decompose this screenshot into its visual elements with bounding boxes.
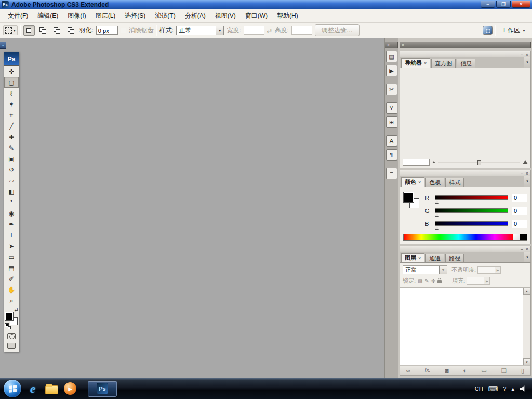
keyboard-icon[interactable]: ⌨ bbox=[488, 385, 498, 393]
bridge-icon[interactable] bbox=[483, 26, 493, 35]
panel-button-character[interactable]: A bbox=[386, 135, 397, 147]
panel-button-tool-presets[interactable]: ✂ bbox=[386, 84, 397, 95]
lock-pixels-icon[interactable]: ✎ bbox=[425, 278, 429, 284]
tool-hand[interactable]: ✋ bbox=[4, 284, 19, 295]
panel-minimize-icon[interactable]: − bbox=[520, 247, 523, 252]
tool-move[interactable]: ✜ bbox=[4, 66, 19, 77]
panel-button-actions[interactable]: ▶ bbox=[386, 65, 397, 76]
tool-clone-stamp[interactable]: ▣ bbox=[4, 153, 19, 164]
swap-colors-icon[interactable]: ⇄ bbox=[14, 307, 18, 312]
collapsed-dock-header[interactable]: « bbox=[385, 42, 398, 48]
tab-styles[interactable]: 样式 bbox=[445, 178, 464, 187]
tool-rectangular-marquee[interactable]: ▢ bbox=[4, 77, 19, 88]
maximize-button[interactable]: ❐ bbox=[496, 1, 511, 8]
screen-mode-button[interactable] bbox=[7, 343, 16, 349]
tool-notes[interactable]: ▤ bbox=[4, 262, 19, 273]
spectrum-black[interactable] bbox=[520, 234, 527, 240]
green-slider[interactable] bbox=[435, 208, 508, 213]
selection-mode-add[interactable] bbox=[37, 25, 49, 36]
new-layer-icon[interactable]: ❏ bbox=[501, 366, 507, 375]
chevron-down-icon[interactable]: ▼ bbox=[439, 266, 447, 274]
tab-close-icon[interactable]: × bbox=[424, 61, 427, 66]
layers-list[interactable]: ▲ ▼ bbox=[400, 288, 530, 365]
selection-mode-new[interactable] bbox=[23, 25, 35, 36]
lock-transparency-icon[interactable]: ▨ bbox=[418, 278, 422, 284]
tool-brush[interactable]: ✎ bbox=[4, 142, 19, 153]
tool-shape[interactable]: ▭ bbox=[4, 251, 19, 262]
tool-eraser[interactable]: ▱ bbox=[4, 175, 19, 186]
blue-slider[interactable] bbox=[435, 221, 508, 226]
panel-button-layer-comps[interactable]: ≡ bbox=[386, 168, 397, 179]
menu-edit[interactable]: 编辑(E) bbox=[33, 9, 63, 22]
panel-close-icon[interactable]: × bbox=[526, 171, 528, 176]
panel-dock-header[interactable]: « bbox=[400, 42, 531, 48]
zoom-in-icon[interactable] bbox=[523, 160, 528, 164]
layers-scrollbar[interactable]: ▲ ▼ bbox=[523, 288, 530, 365]
spectrum-gradient[interactable] bbox=[404, 234, 513, 240]
expand-dock-icon[interactable]: « bbox=[387, 43, 389, 47]
adjustment-layer-icon[interactable]: ◐ bbox=[463, 366, 467, 375]
color-spectrum-ramp[interactable] bbox=[403, 234, 527, 241]
scroll-down-icon[interactable]: ▼ bbox=[523, 358, 530, 365]
toolbox-collapse-tab[interactable]: » bbox=[0, 42, 6, 49]
panel-close-icon[interactable]: × bbox=[526, 52, 528, 57]
selection-mode-subtract[interactable] bbox=[51, 25, 63, 36]
menu-help[interactable]: 帮助(H) bbox=[272, 9, 303, 22]
zoom-slider-thumb[interactable] bbox=[477, 160, 481, 165]
tab-color[interactable]: 颜色 × bbox=[401, 177, 424, 187]
foreground-color[interactable] bbox=[5, 312, 13, 320]
menu-analysis[interactable]: 分析(A) bbox=[180, 9, 210, 22]
blue-slider-thumb[interactable] bbox=[435, 226, 439, 229]
menu-window[interactable]: 窗口(W) bbox=[241, 9, 272, 22]
quick-mask-button[interactable] bbox=[7, 333, 16, 339]
tool-slice[interactable]: ╱ bbox=[4, 121, 19, 131]
hidden-icons-arrow[interactable]: ▴ bbox=[511, 385, 514, 392]
panel-button-brushes[interactable]: Y bbox=[386, 102, 397, 114]
spectrum-white[interactable] bbox=[513, 234, 520, 240]
start-button[interactable] bbox=[4, 380, 21, 397]
close-button[interactable]: ✕ bbox=[512, 1, 530, 8]
chevron-down-icon[interactable]: ▼ bbox=[216, 26, 223, 35]
tool-type[interactable]: T bbox=[4, 230, 19, 241]
blue-value-input[interactable] bbox=[512, 220, 527, 228]
taskbar-photoshop-button[interactable]: Ps bbox=[88, 381, 117, 397]
scroll-up-icon[interactable]: ▲ bbox=[523, 288, 530, 295]
menu-select[interactable]: 选择(S) bbox=[120, 9, 150, 22]
minimize-button[interactable]: – bbox=[481, 1, 495, 8]
lock-position-icon[interactable]: ✜ bbox=[431, 278, 435, 284]
layer-mask-icon[interactable]: ◙ bbox=[445, 366, 449, 375]
input-language-indicator[interactable]: CH bbox=[475, 385, 483, 392]
tab-close-icon[interactable]: × bbox=[418, 256, 421, 261]
antialias-checkbox[interactable] bbox=[121, 28, 126, 33]
tab-layers[interactable]: 图层 × bbox=[401, 253, 424, 262]
tool-dodge[interactable]: ◉ bbox=[4, 208, 19, 219]
tab-swatches[interactable]: 色板 bbox=[425, 178, 444, 187]
layer-group-icon[interactable]: ▭ bbox=[481, 366, 486, 375]
canvas-area[interactable] bbox=[23, 38, 384, 378]
zoom-percent-input[interactable] bbox=[403, 159, 430, 166]
lock-all-icon[interactable] bbox=[437, 280, 442, 283]
zoom-out-icon[interactable] bbox=[432, 161, 435, 163]
tool-crop[interactable]: ⌗ bbox=[4, 110, 19, 121]
tool-eyedropper[interactable]: ✐ bbox=[4, 273, 19, 284]
selection-mode-intersect[interactable] bbox=[65, 25, 77, 36]
tool-history-brush[interactable]: ↺ bbox=[4, 164, 19, 175]
style-select[interactable]: 正常 ▼ bbox=[176, 26, 224, 35]
menu-view[interactable]: 视图(V) bbox=[210, 9, 241, 22]
blend-mode-select[interactable]: 正常 ▼ bbox=[403, 265, 447, 274]
ime-help-icon[interactable]: ? bbox=[503, 385, 506, 392]
red-value-input[interactable] bbox=[512, 194, 527, 202]
tab-histogram[interactable]: 直方图 bbox=[431, 59, 456, 68]
tool-lasso[interactable]: ℓ bbox=[4, 88, 19, 99]
link-layers-icon[interactable]: ∞ bbox=[406, 366, 410, 375]
panel-menu-icon[interactable]: ▾ bbox=[524, 252, 530, 262]
red-slider-thumb[interactable] bbox=[435, 200, 439, 203]
tool-healing-brush[interactable]: ✚ bbox=[4, 131, 19, 142]
quicklaunch-ie[interactable]: e bbox=[25, 381, 40, 396]
tool-quick-selection[interactable]: ✶ bbox=[4, 99, 19, 110]
tab-paths[interactable]: 路径 bbox=[445, 254, 464, 262]
tab-channels[interactable]: 通道 bbox=[425, 254, 444, 262]
panel-button-paragraph[interactable]: ¶ bbox=[386, 149, 397, 161]
panel-minimize-icon[interactable]: − bbox=[520, 52, 523, 57]
layer-style-icon[interactable]: fx. bbox=[425, 366, 431, 375]
